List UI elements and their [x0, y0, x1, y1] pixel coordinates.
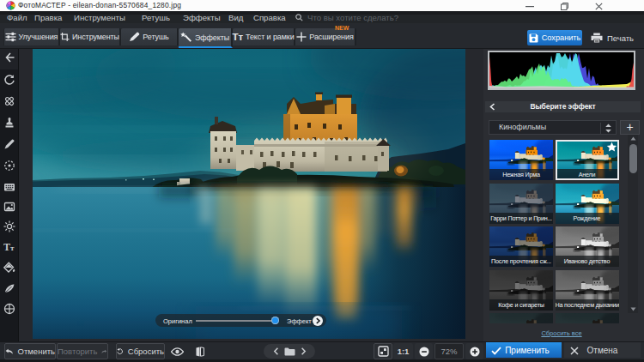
svg-text:т: т	[10, 244, 15, 252]
svg-text:T: T	[3, 241, 10, 253]
